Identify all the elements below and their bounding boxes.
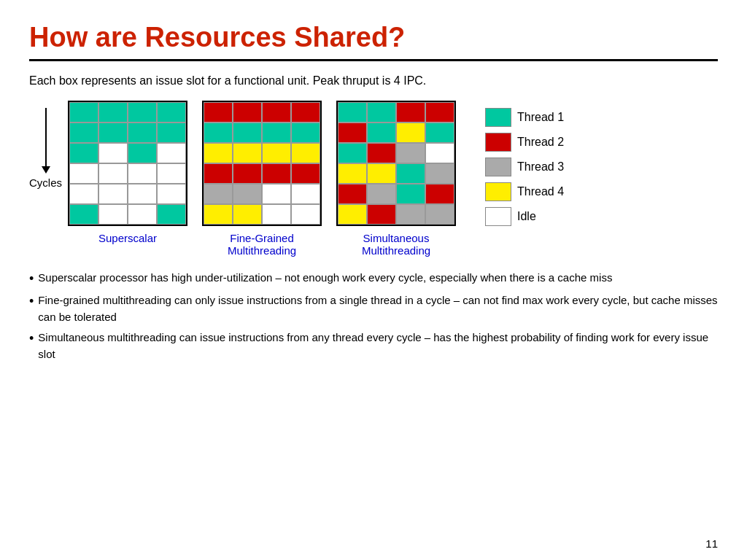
legend-thread1: Thread 1	[485, 108, 564, 127]
legend-color-thread1	[485, 108, 511, 127]
legend-idle: Idle	[485, 207, 564, 226]
diagram-superscalar: Superscalar	[68, 101, 187, 244]
legend-label-idle: Idle	[517, 210, 536, 223]
legend-label-thread4: Thread 4	[517, 185, 564, 198]
cycles-label-container: Cycles	[29, 101, 62, 189]
grid-fine-grained	[202, 101, 322, 226]
bullet-dot-3: •	[29, 330, 34, 348]
title-divider	[29, 59, 718, 61]
legend-label-thread2: Thread 2	[517, 136, 564, 149]
legend-color-thread3	[485, 158, 511, 176]
bullet-text-3: Simultaneous multithreading can issue in…	[38, 330, 718, 362]
bullet-dot-1: •	[29, 270, 34, 288]
grid-superscalar	[68, 101, 187, 226]
page-number: 11	[705, 537, 718, 550]
bullet-1: • Superscalar processor has high under-u…	[29, 270, 718, 288]
legend-thread3: Thread 3	[485, 158, 564, 176]
cycles-arrow	[42, 108, 50, 174]
legend-thread4: Thread 4	[485, 182, 564, 201]
bullet-text-2: Fine-grained multithreading can only iss…	[38, 292, 718, 325]
bullet-dot-2: •	[29, 292, 34, 311]
bullet-2: • Fine-grained multithreading can only i…	[29, 292, 718, 325]
legend-color-thread2	[485, 133, 511, 152]
legend-label-thread3: Thread 3	[517, 160, 564, 174]
legend-label-thread1: Thread 1	[517, 111, 564, 124]
legend-color-idle	[485, 207, 511, 226]
label-superscalar: Superscalar	[98, 232, 157, 244]
diagram-fine-grained: Fine-GrainedMultithreading	[202, 101, 322, 257]
arrow-line	[45, 108, 47, 166]
bullets-section: • Superscalar processor has high under-u…	[29, 270, 718, 367]
label-fine-grained: Fine-GrainedMultithreading	[228, 232, 296, 257]
bullet-3: • Simultaneous multithreading can issue …	[29, 330, 718, 362]
legend: Thread 1 Thread 2 Thread 3 Thread 4 Idle	[485, 101, 564, 226]
bullet-text-1: Superscalar processor has high under-uti…	[38, 270, 612, 287]
diagram-smt: SimultaneousMultithreading	[336, 101, 456, 257]
grid-smt	[336, 101, 456, 226]
subtitle-text: Each box represents an issue slot for a …	[29, 74, 718, 88]
label-smt: SimultaneousMultithreading	[362, 232, 430, 257]
legend-color-thread4	[485, 182, 511, 201]
diagrams-area: Cycles Superscalar	[29, 101, 718, 257]
slide-title: How are Resources Shared?	[29, 22, 718, 53]
cycles-label: Cycles	[29, 176, 62, 189]
arrow-head	[42, 166, 50, 174]
legend-thread2: Thread 2	[485, 133, 564, 152]
